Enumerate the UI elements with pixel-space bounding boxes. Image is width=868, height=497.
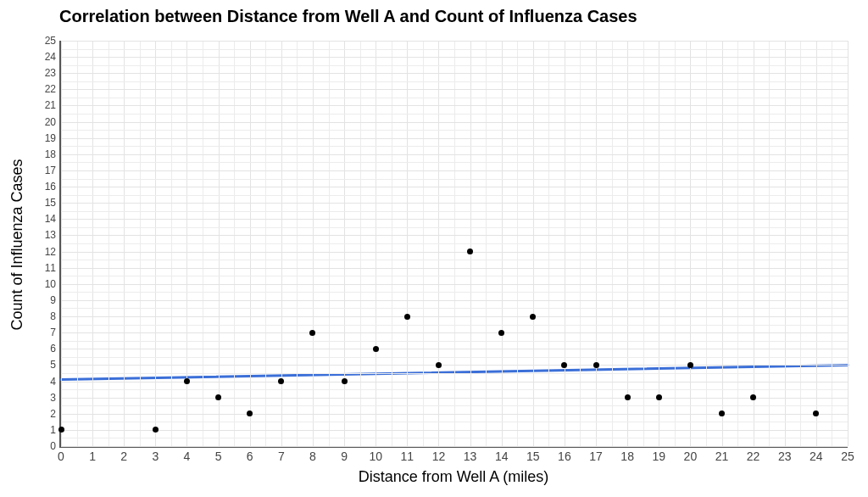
y-tick: 0 <box>50 441 56 451</box>
gridline-h <box>61 235 848 236</box>
y-tick: 2 <box>50 409 56 419</box>
gridline-h <box>61 105 848 106</box>
gridline-h <box>61 422 848 422</box>
y-tick: 1 <box>50 425 56 435</box>
gridline-h <box>61 81 848 82</box>
data-point <box>687 362 693 368</box>
x-axis-label: Distance from Well A (miles) <box>59 468 848 486</box>
data-point <box>373 346 379 352</box>
gridline-h <box>61 316 848 317</box>
data-point <box>813 410 819 416</box>
x-tick: 10 <box>369 450 382 463</box>
gridline-h <box>61 308 848 309</box>
y-tick: 4 <box>50 377 56 387</box>
gridline-h <box>61 430 848 431</box>
data-point <box>656 394 662 400</box>
y-axis-label: Count of Influenza Cases <box>8 159 26 330</box>
x-tick: 4 <box>184 450 191 463</box>
x-tick: 24 <box>810 450 823 463</box>
y-tick: 20 <box>45 117 56 127</box>
gridline-h <box>61 252 848 253</box>
y-tick: 13 <box>45 230 56 240</box>
x-tick: 20 <box>684 450 698 463</box>
gridline-h <box>61 122 848 123</box>
y-tick: 25 <box>45 36 56 46</box>
data-point <box>467 248 473 254</box>
y-tick: 23 <box>45 68 56 78</box>
gridline-h <box>61 98 848 98</box>
y-tick: 12 <box>45 247 56 257</box>
x-tick: 17 <box>589 450 603 463</box>
gridline-h <box>61 268 848 269</box>
data-point <box>278 378 284 384</box>
gridline-h <box>61 398 848 399</box>
y-tick: 19 <box>45 133 56 143</box>
gridline-h <box>61 349 848 349</box>
data-point <box>593 362 599 368</box>
x-tick: 8 <box>309 450 316 463</box>
gridline-h <box>61 49 848 50</box>
gridline-h <box>61 438 848 438</box>
gridline-h <box>61 130 848 131</box>
gridline-h <box>61 446 848 447</box>
gridline-h <box>61 114 848 114</box>
gridline-h <box>61 89 848 90</box>
data-point <box>498 330 504 336</box>
data-point <box>719 410 725 416</box>
chart: Correlation between Distance from Well A… <box>0 0 868 497</box>
gridline-h <box>61 187 848 187</box>
y-tick: 11 <box>45 263 56 273</box>
gridline-h <box>61 219 848 220</box>
data-point <box>750 394 756 400</box>
y-tick: 15 <box>45 198 56 208</box>
x-tick: 5 <box>215 450 222 463</box>
y-tick: 9 <box>50 295 56 305</box>
gridline-h <box>61 373 848 374</box>
y-tick: 3 <box>50 393 56 403</box>
data-point <box>404 314 410 320</box>
y-tick: 18 <box>45 149 56 159</box>
gridline-h <box>61 292 848 293</box>
data-point <box>58 427 64 433</box>
x-tick: 0 <box>58 450 64 463</box>
x-tick: 12 <box>432 450 446 463</box>
x-tick: 11 <box>401 450 415 463</box>
gridline-h <box>61 41 848 42</box>
y-tick: 5 <box>50 360 56 370</box>
x-tick: 9 <box>341 450 348 463</box>
y-tick: 7 <box>50 327 56 338</box>
gridline-h <box>61 276 848 276</box>
gridline-h <box>61 227 848 228</box>
x-tick: 1 <box>89 450 96 463</box>
y-tick: 6 <box>50 343 56 354</box>
data-point <box>530 314 536 320</box>
gridline-h <box>61 195 848 196</box>
data-point <box>184 378 190 384</box>
gridline-h <box>61 170 848 171</box>
x-tick: 18 <box>620 450 634 463</box>
x-tick: 6 <box>247 450 253 463</box>
y-tick: 16 <box>45 181 56 192</box>
data-point <box>436 362 442 368</box>
data-point <box>247 410 253 416</box>
gridline-h <box>61 332 848 333</box>
x-tick: 19 <box>652 450 665 463</box>
gridline-h <box>61 382 848 383</box>
x-tick: 25 <box>841 450 854 463</box>
gridline-h <box>61 365 848 366</box>
x-tick: 13 <box>464 450 477 463</box>
x-tick: 16 <box>558 450 571 463</box>
y-tick: 10 <box>45 279 56 289</box>
y-tick: 8 <box>50 311 56 321</box>
data-point <box>625 394 631 400</box>
gridline-h <box>61 341 848 342</box>
gridline-h <box>61 414 848 415</box>
y-tick: 22 <box>45 84 56 94</box>
gridline-h <box>61 154 848 155</box>
gridline-h <box>61 162 848 163</box>
gridline-h <box>61 357 848 358</box>
gridline-h <box>61 389 848 390</box>
gridline-h <box>61 243 848 244</box>
data-point <box>153 427 159 433</box>
gridline-h <box>61 138 848 139</box>
